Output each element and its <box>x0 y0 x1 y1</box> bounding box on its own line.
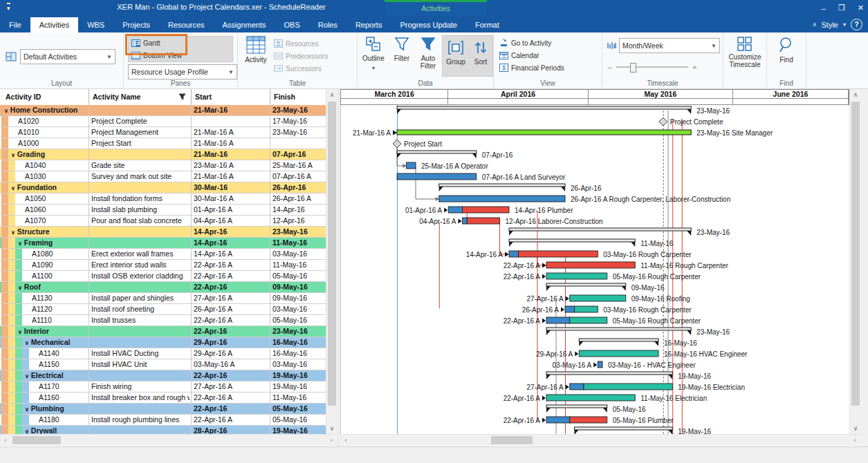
column-header-activity-name[interactable]: Activity Name <box>93 89 140 104</box>
task-bar-segment[interactable] <box>546 273 607 279</box>
tab-format[interactable]: Format <box>466 17 508 32</box>
gantt-horizontal-scrollbar[interactable]: ‹ › <box>340 434 860 446</box>
collapse-ribbon-icon[interactable]: ∧ <box>813 21 817 28</box>
customize-timescale-button[interactable]: Customize Timescale <box>723 32 766 68</box>
tab-reports[interactable]: Reports <box>347 17 391 32</box>
table-group-row[interactable]: ∨Foundation30-Mar-1626-Apr-16 <box>0 182 326 193</box>
task-bar-segment[interactable] <box>448 207 462 213</box>
task-bar-segment[interactable] <box>565 306 575 312</box>
sort-button[interactable]: Sort <box>469 36 492 76</box>
scroll-left-icon[interactable]: ‹ <box>0 435 11 446</box>
scroll-right-icon[interactable]: › <box>326 435 337 446</box>
zoom-out-button[interactable]: – <box>608 63 612 71</box>
milestone-diamond[interactable] <box>659 117 667 126</box>
table-group-row[interactable]: ∨Drywall28-Apr-1619-May-16 <box>0 426 326 434</box>
predecessors-table-button[interactable]: Predecessors <box>274 50 328 62</box>
table-group-row[interactable]: ∨Grading21-Mar-1607-Apr-16 <box>0 149 326 160</box>
tab-file[interactable]: File <box>0 17 30 32</box>
table-row[interactable]: A1170Finish wiring27-Apr-16 A19-May-16 <box>0 381 326 393</box>
table-row[interactable]: A1050Install fondation forms30-Mar-16 A2… <box>0 193 326 205</box>
table-row[interactable]: A1160Install breaker box and rough wi22-… <box>0 393 326 404</box>
tab-projects[interactable]: Projects <box>113 17 159 32</box>
resource-usage-profile-dropdown[interactable]: Resource Usage Profile▼ <box>128 64 237 79</box>
task-bar-segment[interactable] <box>519 251 598 257</box>
task-bar-segment[interactable] <box>546 417 570 423</box>
table-group-row[interactable]: ∨Home Construction21-Mar-1623-May-16 <box>0 105 326 116</box>
financial-periods-button[interactable]: $ Financial Periods <box>499 62 602 74</box>
task-bar-segment[interactable] <box>463 218 468 224</box>
restore-button[interactable]: ❒ <box>838 3 845 12</box>
table-row[interactable]: A1100Install OSB exterior cladding22-Apr… <box>0 271 326 282</box>
table-group-row[interactable]: ∨Structure14-Apr-1623-May-16 <box>0 227 326 238</box>
summary-bar[interactable] <box>546 372 672 375</box>
close-button[interactable]: ✕ <box>858 3 864 12</box>
table-group-row[interactable]: ∨Interior22-Apr-1623-May-16 <box>0 326 326 337</box>
column-header-activity-id[interactable]: Activity ID <box>6 89 41 104</box>
scroll-down-icon[interactable]: ∨ <box>326 423 338 434</box>
table-row[interactable]: A1110Install trusses22-Apr-16 A05-May-16 <box>0 315 326 326</box>
level-of-effort-bar[interactable] <box>397 130 691 135</box>
table-group-row[interactable]: ∨Roof22-Apr-1609-May-16 <box>0 282 326 293</box>
table-row[interactable]: A1070Pour and float slab concrete04-Apr-… <box>0 216 326 227</box>
table-row[interactable]: A1040Grade site23-Mar-16 A25-Mar-16 A <box>0 160 326 171</box>
task-bar-segment[interactable] <box>579 350 658 357</box>
layout-preset-dropdown[interactable]: Default Activities▼ <box>20 49 116 64</box>
tab-resources[interactable]: Resources <box>159 17 214 32</box>
timescale-dropdown[interactable]: Month/Week▼ <box>619 38 720 53</box>
timescale-slider[interactable] <box>616 66 688 68</box>
table-row[interactable]: A1130Install paper and shingles27-Apr-16… <box>0 293 326 304</box>
task-bar-segment[interactable] <box>575 306 598 312</box>
bottom-view-toggle[interactable]: Bottom View <box>129 49 232 62</box>
task-bar-segment[interactable] <box>546 262 635 268</box>
tab-assignments[interactable]: Assignments <box>214 17 275 32</box>
scroll-right-icon[interactable]: › <box>849 435 860 446</box>
calendar-button[interactable]: Calendar <box>499 49 602 62</box>
style-dropdown-icon[interactable]: ▾ <box>843 21 846 28</box>
task-bar-segment[interactable] <box>570 295 626 301</box>
help-icon[interactable]: ? <box>851 19 862 30</box>
table-row[interactable]: A1120Install roof sheeting26-Apr-16 A03-… <box>0 304 326 315</box>
scroll-left-icon[interactable]: ‹ <box>340 435 351 446</box>
resources-table-button[interactable]: Resources <box>274 37 328 50</box>
successors-table-button[interactable]: Successors <box>274 62 328 75</box>
task-bar-segment[interactable] <box>397 173 477 180</box>
gantt-toggle[interactable]: Gantt <box>129 37 232 49</box>
timescale-slider-thumb[interactable] <box>630 63 636 73</box>
table-group-row[interactable]: ∨Electrical22-Apr-1619-May-16 <box>0 370 326 381</box>
summary-bar[interactable] <box>397 106 691 109</box>
table-vertical-scrollbar[interactable]: ∧ ∨ <box>326 89 338 434</box>
gantt-vscroll-thumb[interactable] <box>851 102 860 406</box>
task-bar-segment[interactable] <box>570 384 584 390</box>
group-button[interactable]: Group <box>443 36 469 76</box>
table-group-row[interactable]: ∨Plumbing22-Apr-1605-May-16 <box>0 404 326 415</box>
table-row[interactable]: A1090Erect interior stud walls22-Apr-16 … <box>0 260 326 271</box>
table-row[interactable]: A1020Project Complete17-May-16 <box>0 116 326 127</box>
table-horizontal-scrollbar[interactable]: ‹ › <box>0 434 337 446</box>
table-row[interactable]: A1060Install slab plumbing01-Apr-16 A14-… <box>0 205 326 216</box>
column-filter-icon[interactable] <box>178 93 186 100</box>
find-button[interactable]: Find <box>767 32 806 64</box>
gantt-vertical-scrollbar[interactable]: ∧ ∨ <box>849 89 861 434</box>
summary-bar[interactable] <box>439 184 565 187</box>
column-header-finish[interactable]: Finish <box>274 89 295 104</box>
table-group-row[interactable]: ∨Framing14-Apr-1611-May-16 <box>0 238 326 249</box>
summary-bar[interactable] <box>579 339 658 341</box>
summary-bar[interactable] <box>509 228 691 231</box>
tab-activities[interactable]: Activities <box>30 17 78 32</box>
table-vscroll-thumb[interactable] <box>328 102 336 406</box>
milestone-diamond[interactable] <box>393 140 401 148</box>
task-bar-segment[interactable] <box>546 395 635 401</box>
table-row[interactable]: A1010Project Management21-Mar-16 A23-May… <box>0 127 326 138</box>
gantt-hscroll-thumb[interactable] <box>491 436 533 444</box>
tab-obs[interactable]: OBS <box>275 17 309 32</box>
tab-roles[interactable]: Roles <box>309 17 347 32</box>
table-group-row[interactable]: ∨Mechanical29-Apr-1616-May-16 <box>0 337 326 348</box>
tab-progress-update[interactable]: Progress Update <box>391 17 466 32</box>
table-row[interactable]: A1000Project Start21-Mar-16 A <box>0 138 326 149</box>
scroll-up-icon[interactable]: ∧ <box>850 89 861 100</box>
summary-bar[interactable] <box>546 328 691 330</box>
table-row[interactable]: A1030Survey and mark out site21-Mar-16 A… <box>0 171 326 182</box>
table-row[interactable]: A1080Erect exterior wall frames14-Apr-16… <box>0 249 326 260</box>
style-menu[interactable]: Style <box>822 21 838 29</box>
table-hscroll-thumb[interactable] <box>12 436 61 444</box>
